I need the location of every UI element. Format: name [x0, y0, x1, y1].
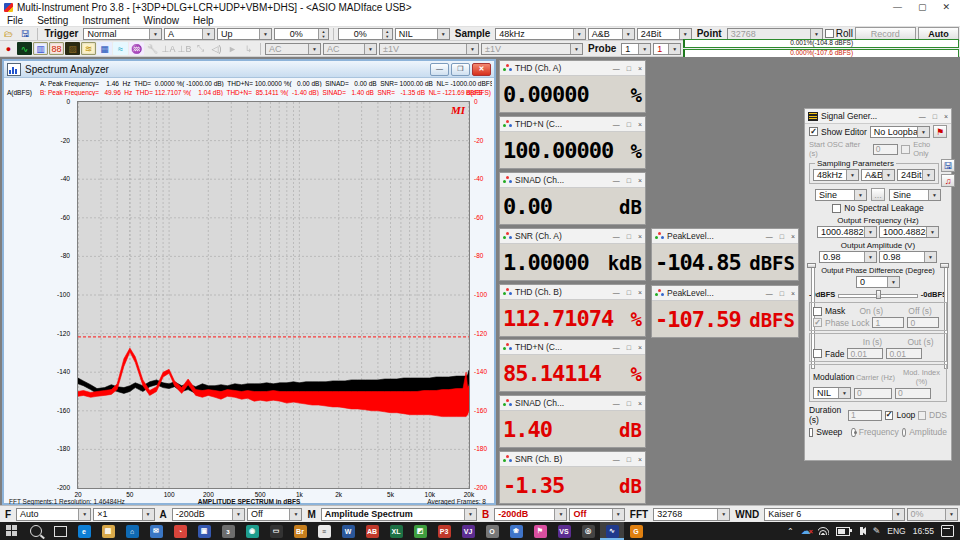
modulation-select[interactable]: NIL▼: [813, 387, 851, 399]
minimize-button[interactable]: —: [613, 289, 620, 296]
minimize-button[interactable]: —: [613, 121, 620, 128]
maximize-button[interactable]: □: [627, 177, 631, 184]
b-range-select[interactable]: -200dB▼: [494, 508, 567, 521]
mail-icon[interactable]: ✉: [144, 522, 168, 540]
close-button[interactable]: ×: [638, 344, 642, 351]
task-view-icon[interactable]: [48, 522, 72, 540]
signal-generator-titlebar[interactable]: Signal Gener... —□×: [805, 109, 951, 124]
minimize-button[interactable]: —: [613, 456, 620, 463]
meter-titlebar[interactable]: SINAD (Ch...—□×: [500, 173, 645, 188]
record-icon[interactable]: ●: [1, 42, 16, 55]
store-icon[interactable]: ⌂: [120, 522, 144, 540]
p3-icon[interactable]: P3: [432, 522, 456, 540]
media-player-icon[interactable]: ◉: [240, 522, 264, 540]
fade-checkbox[interactable]: [813, 349, 822, 358]
channels-select[interactable]: A&B▼: [588, 28, 635, 40]
menu-file[interactable]: File: [0, 15, 30, 26]
close-button[interactable]: ✕: [472, 63, 491, 76]
minimize-button[interactable]: —: [613, 344, 620, 351]
close-button[interactable]: ×: [638, 177, 642, 184]
amplitude-a-select[interactable]: 0.98▼: [819, 251, 877, 263]
trigger-edge-select[interactable]: Up▼: [217, 28, 272, 40]
vj-icon[interactable]: VJ: [456, 522, 480, 540]
menu-window[interactable]: Window: [137, 15, 187, 26]
maximize-button[interactable]: □: [627, 344, 631, 351]
settings-app-icon[interactable]: O: [480, 522, 504, 540]
frequency-a-select[interactable]: 1000.488281▼: [817, 226, 877, 238]
trigger-delay-spinner[interactable]: 0%▲▼: [338, 28, 393, 40]
gen-sample-rate-select[interactable]: 48kHz▼: [813, 169, 859, 181]
trigger-level-spinner[interactable]: 0%▲▼: [274, 28, 329, 40]
legacy-app-icon[interactable]: ɜ: [216, 522, 240, 540]
waveform-a-select[interactable]: Sine▼: [815, 189, 867, 201]
multi-instrument-icon[interactable]: ∿: [600, 522, 624, 540]
edge-icon[interactable]: e: [72, 522, 96, 540]
meter-titlebar[interactable]: SNR (Ch. A)—□×: [500, 229, 645, 244]
trigger-mode-select[interactable]: Normal▼: [83, 28, 162, 40]
photos-icon[interactable]: ◩: [408, 522, 432, 540]
meter-titlebar[interactable]: THD (Ch. A)—□×: [500, 61, 645, 76]
minimize-button[interactable]: —: [613, 65, 620, 72]
visual-studio-icon[interactable]: VS: [552, 522, 576, 540]
close-button[interactable]: ×: [638, 400, 642, 407]
phase-select[interactable]: 0▼: [856, 276, 900, 288]
minimize-button[interactable]: —: [766, 290, 773, 297]
close-button[interactable]: ×: [638, 233, 642, 240]
b-ref-select[interactable]: Off▼: [569, 508, 624, 521]
oscilloscope-icon[interactable]: ∿: [17, 42, 32, 55]
screen-capture-icon[interactable]: ▭: [264, 522, 288, 540]
pen-icon[interactable]: ✎: [873, 526, 881, 536]
gen-bits-select[interactable]: 24Bit▼: [897, 169, 935, 181]
fft-size-select[interactable]: 32768▼: [653, 508, 730, 521]
menu-help[interactable]: Help: [186, 15, 221, 26]
restore-button[interactable]: ❐: [451, 63, 470, 76]
maximize-button[interactable]: □: [627, 456, 631, 463]
audio-editor-icon[interactable]: AB: [360, 522, 384, 540]
show-editor-checkbox[interactable]: [809, 127, 818, 136]
vbm-icon[interactable]: ▣: [192, 522, 216, 540]
meter-titlebar[interactable]: SNR (Ch. B)—□×: [500, 452, 645, 467]
maximize-button[interactable]: □: [627, 121, 631, 128]
save-file-icon[interactable]: 🖫: [18, 27, 33, 40]
clock[interactable]: 16:55: [913, 526, 934, 536]
trigger-source-select[interactable]: A▼: [164, 28, 215, 40]
spectrum-plot[interactable]: MI: [77, 101, 470, 489]
search-icon[interactable]: [24, 522, 48, 540]
paint-icon[interactable]: ❀: [504, 522, 528, 540]
a-ref-select[interactable]: Off▼: [247, 508, 302, 521]
spectrum-analyzer-icon[interactable]: ▥: [33, 42, 48, 55]
file-explorer-icon[interactable]: ▤: [96, 522, 120, 540]
wifi-icon[interactable]: [818, 527, 829, 535]
flag-icon[interactable]: ⚑: [528, 522, 552, 540]
minimize-button[interactable]: —: [430, 63, 449, 76]
probe-a-select[interactable]: 1▼: [621, 43, 651, 55]
battery-icon[interactable]: [836, 527, 850, 536]
balance-slider[interactable]: [838, 290, 918, 299]
maximize-button[interactable]: □: [627, 400, 631, 407]
run-generator-button[interactable]: ⚑: [933, 125, 947, 138]
loop-checkbox[interactable]: [885, 411, 894, 420]
maximize-button[interactable]: □: [627, 233, 631, 240]
word-icon[interactable]: W: [336, 522, 360, 540]
minimize-button[interactable]: —: [919, 113, 926, 120]
roll-checkbox[interactable]: [825, 29, 834, 38]
close-button[interactable]: ×: [638, 121, 642, 128]
tray-expand-icon[interactable]: ⌃: [787, 527, 794, 536]
minimize-button[interactable]: —: [893, 2, 902, 12]
maximize-button[interactable]: □: [780, 290, 784, 297]
notepad-icon[interactable]: ≡: [312, 522, 336, 540]
trigger-hpf-select[interactable]: NIL▼: [395, 28, 450, 40]
multimeter-icon[interactable]: 88: [49, 42, 64, 55]
frequency-b-select[interactable]: 1000.488281▼: [879, 226, 939, 238]
meter-titlebar[interactable]: THD+N (C...—□×: [500, 117, 645, 132]
waveform-library-icon[interactable]: ♫: [941, 174, 955, 187]
menu-instrument[interactable]: Instrument: [75, 15, 136, 26]
mode-select[interactable]: Amplitude Spectrum▼: [321, 508, 477, 521]
maximize-button[interactable]: ▢: [918, 2, 927, 12]
maximize-button[interactable]: □: [627, 289, 631, 296]
language-indicator[interactable]: ENG: [887, 526, 905, 536]
waveform-b-select[interactable]: Sine▼: [889, 189, 941, 201]
sample-rate-select[interactable]: 48kHz▼: [495, 28, 585, 40]
meter-titlebar[interactable]: THD (Ch. B)—□×: [500, 285, 645, 300]
maximize-button[interactable]: □: [627, 65, 631, 72]
